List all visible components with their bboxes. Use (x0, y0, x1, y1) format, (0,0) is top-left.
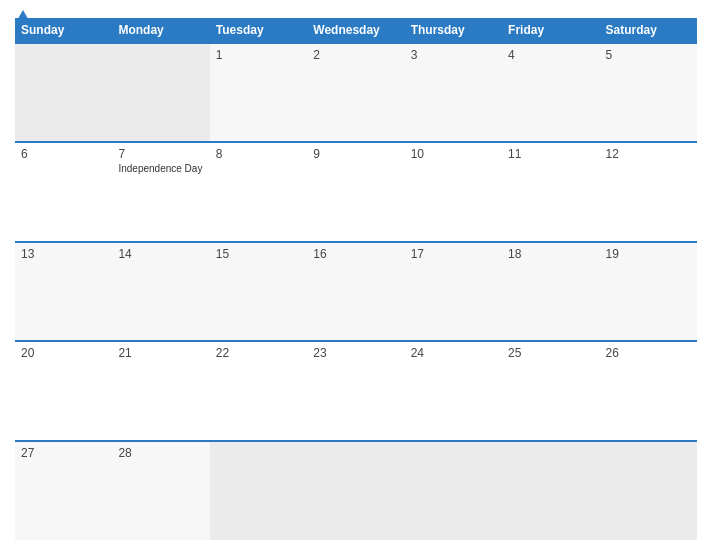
weekday-header-saturday: Saturday (600, 18, 697, 43)
weekday-header-friday: Friday (502, 18, 599, 43)
weekday-header-row: SundayMondayTuesdayWednesdayThursdayFrid… (15, 18, 697, 43)
day-number: 15 (216, 247, 301, 261)
calendar-cell: 5 (600, 43, 697, 142)
calendar-cell: 21 (112, 341, 209, 440)
day-number: 24 (411, 346, 496, 360)
day-number: 4 (508, 48, 593, 62)
day-number: 10 (411, 147, 496, 161)
calendar-cell: 4 (502, 43, 599, 142)
calendar-cell: 12 (600, 142, 697, 241)
event-text: Independence Day (118, 163, 203, 174)
calendar-cell: 23 (307, 341, 404, 440)
weekday-header-monday: Monday (112, 18, 209, 43)
day-number: 11 (508, 147, 593, 161)
logo-triangle-icon (15, 10, 31, 24)
calendar-cell: 6 (15, 142, 112, 241)
weekday-header-wednesday: Wednesday (307, 18, 404, 43)
calendar-week-row: 12345 (15, 43, 697, 142)
day-number: 8 (216, 147, 301, 161)
day-number: 17 (411, 247, 496, 261)
calendar-cell: 15 (210, 242, 307, 341)
calendar-cell: 20 (15, 341, 112, 440)
day-number: 16 (313, 247, 398, 261)
calendar-week-row: 20212223242526 (15, 341, 697, 440)
calendar-cell: 14 (112, 242, 209, 341)
calendar-cell (210, 441, 307, 540)
logo (15, 10, 33, 24)
day-number: 23 (313, 346, 398, 360)
calendar-week-row: 2728 (15, 441, 697, 540)
calendar-cell: 9 (307, 142, 404, 241)
calendar-cell (502, 441, 599, 540)
calendar-cell: 2 (307, 43, 404, 142)
calendar-cell (112, 43, 209, 142)
calendar-cell: 25 (502, 341, 599, 440)
calendar-cell (405, 441, 502, 540)
calendar-container: SundayMondayTuesdayWednesdayThursdayFrid… (0, 0, 712, 550)
calendar-cell: 7Independence Day (112, 142, 209, 241)
weekday-header-thursday: Thursday (405, 18, 502, 43)
calendar-cell: 10 (405, 142, 502, 241)
day-number: 18 (508, 247, 593, 261)
day-number: 13 (21, 247, 106, 261)
day-number: 26 (606, 346, 691, 360)
calendar-cell: 24 (405, 341, 502, 440)
calendar-cell: 11 (502, 142, 599, 241)
day-number: 20 (21, 346, 106, 360)
day-number: 7 (118, 147, 203, 161)
day-number: 22 (216, 346, 301, 360)
calendar-cell: 22 (210, 341, 307, 440)
day-number: 27 (21, 446, 106, 460)
calendar-cell: 16 (307, 242, 404, 341)
calendar-cell (600, 441, 697, 540)
day-number: 28 (118, 446, 203, 460)
calendar-cell (15, 43, 112, 142)
calendar-cell: 8 (210, 142, 307, 241)
day-number: 5 (606, 48, 691, 62)
calendar-week-row: 13141516171819 (15, 242, 697, 341)
day-number: 12 (606, 147, 691, 161)
calendar-cell: 18 (502, 242, 599, 341)
calendar-cell: 19 (600, 242, 697, 341)
calendar-cell: 28 (112, 441, 209, 540)
day-number: 14 (118, 247, 203, 261)
day-number: 9 (313, 147, 398, 161)
calendar-week-row: 67Independence Day89101112 (15, 142, 697, 241)
calendar-cell: 26 (600, 341, 697, 440)
calendar-cell: 1 (210, 43, 307, 142)
day-number: 2 (313, 48, 398, 62)
day-number: 25 (508, 346, 593, 360)
calendar-cell (307, 441, 404, 540)
calendar-table: SundayMondayTuesdayWednesdayThursdayFrid… (15, 18, 697, 540)
logo-blue-row (15, 10, 33, 24)
day-number: 6 (21, 147, 106, 161)
day-number: 1 (216, 48, 301, 62)
calendar-cell: 13 (15, 242, 112, 341)
day-number: 3 (411, 48, 496, 62)
calendar-cell: 27 (15, 441, 112, 540)
day-number: 21 (118, 346, 203, 360)
calendar-cell: 17 (405, 242, 502, 341)
day-number: 19 (606, 247, 691, 261)
calendar-cell: 3 (405, 43, 502, 142)
weekday-header-tuesday: Tuesday (210, 18, 307, 43)
